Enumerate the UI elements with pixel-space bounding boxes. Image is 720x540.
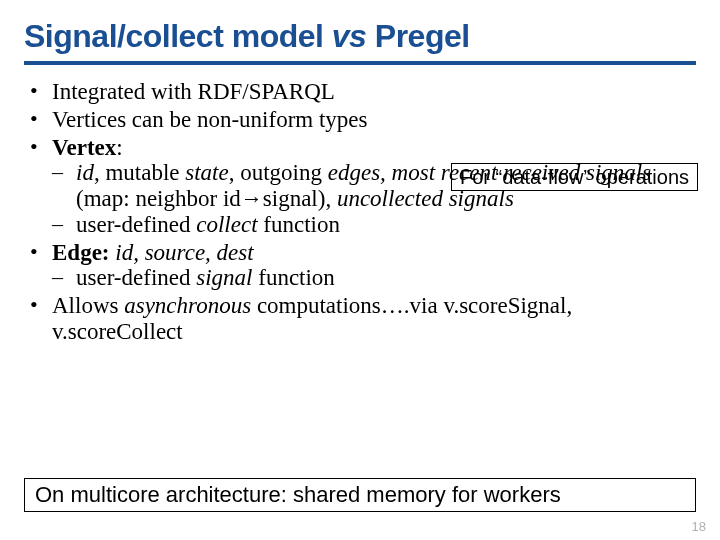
sub2-pre: user-defined [76, 212, 196, 237]
bullet-4-label: Edge: [52, 240, 110, 265]
sub1-mutable-pre: , mutable [94, 160, 185, 185]
sub1-uncollected: uncollected signals [337, 186, 514, 211]
bullet-4: Edge: id, source, dest user-defined sign… [24, 240, 696, 292]
bullet-5: Allows asynchronous computations….via v.… [24, 293, 696, 345]
slide-body: Integrated with RDF/SPARQL Vertices can … [24, 79, 696, 345]
bullet-3-sub1: id, mutable state, outgoing edges, most … [52, 160, 696, 212]
footer-box: On multicore architecture: shared memory… [24, 478, 696, 512]
bullet-4-sub1: user-defined signal function [52, 265, 696, 291]
sub1-id: id [76, 160, 94, 185]
bullet-3: Vertex: id, mutable state, outgoing edge… [24, 135, 696, 238]
sub4-pre: user-defined [76, 265, 196, 290]
bullet-1: Integrated with RDF/SPARQL [24, 79, 696, 105]
bullet-2: Vertices can be non-uniform types [24, 107, 696, 133]
sub2-collect: collect [196, 212, 257, 237]
bullet-3-sub2: user-defined collect function [52, 212, 696, 238]
sub4-signal: signal [196, 265, 252, 290]
bullet-3-label: Vertex [52, 135, 116, 160]
sub4-post: function [252, 265, 334, 290]
title-part1: Signal/collect model [24, 18, 332, 54]
sub1-map-pre: (map: neighbor id [76, 186, 241, 211]
title-vs: vs [332, 18, 367, 54]
title-part2: Pregel [366, 18, 469, 54]
arrow-icon: → [241, 187, 263, 212]
sub1-edges-recent: edges, most recent received signals [328, 160, 651, 185]
sub1-map-post: signal), [263, 186, 337, 211]
bullet-5-async: asynchronous [124, 293, 251, 318]
page-number: 18 [692, 519, 706, 534]
sub1-outgoing-pre: , outgoing [229, 160, 328, 185]
bullet-5-pre: Allows [52, 293, 124, 318]
footer-text: On multicore architecture: shared memory… [35, 482, 561, 507]
bullet-4-italic: id, source, dest [110, 240, 254, 265]
bullet-2-text: Vertices can be non-uniform types [52, 107, 368, 132]
sub2-post: function [258, 212, 340, 237]
bullet-1-text: Integrated with RDF/SPARQL [52, 79, 335, 104]
bullet-3-colon: : [116, 135, 122, 160]
slide-title: Signal/collect model vs Pregel [24, 18, 696, 65]
slide: Signal/collect model vs Pregel For “data… [0, 0, 720, 540]
sub1-state: state [185, 160, 228, 185]
